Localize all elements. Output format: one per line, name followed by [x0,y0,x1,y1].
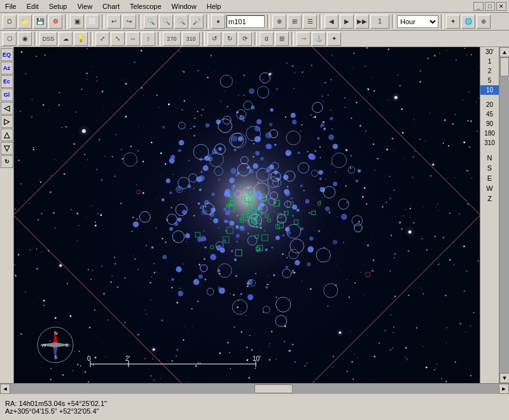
scale-10deg[interactable]: 10 [480,85,499,95]
eq-mode-button[interactable]: EQ [1,48,13,61]
menu-view[interactable]: View [74,2,95,11]
ec-mode-button[interactable]: Ec [1,75,13,88]
new-button[interactable]: 🗋 [3,15,17,29]
menu-file[interactable]: File [3,2,19,11]
sep1 [65,15,67,29]
scroll-down-button[interactable]: ▼ [499,373,509,383]
tb2-btn12[interactable]: α [260,32,274,46]
search-button[interactable]: 🔍 [174,15,188,29]
tb2-btn1[interactable]: ⬡ [3,32,17,46]
sep4 [206,15,209,29]
scale-1deg[interactable]: 1 [480,57,499,66]
target-input[interactable] [227,15,265,28]
tb2-num2[interactable]: 310 [182,32,200,46]
sep2 [102,15,104,29]
next-button[interactable]: ▶▶ [355,15,369,29]
scale-5deg[interactable]: 5 [480,76,499,85]
svg-text:2': 2' [125,355,130,362]
track-button[interactable]: ⊕ [477,15,491,29]
dss-button[interactable]: DSS [39,32,57,46]
tb2-num1[interactable]: 270 [163,32,181,46]
nav-right[interactable]: ▷ [1,115,13,128]
hour-select[interactable]: Hour Min Sec [397,15,438,28]
tb2-btn5[interactable]: ⤢ [95,32,109,46]
tb2-btn7[interactable]: ↔ [126,32,140,46]
sky-chart[interactable]: N S E W 0 2' 10' [14,47,480,383]
tb2-btn15[interactable]: ⚓ [312,32,326,46]
menu-help[interactable]: Help [204,2,224,11]
right-scale: 30' 1 2 5 10 20 45 90 180 310 N S E W Z [480,47,499,383]
tb2-btn16[interactable]: ✦ [327,32,341,46]
zoom-in-button[interactable]: 🔍 [144,15,158,29]
sep9 [34,32,37,46]
scale-30arc[interactable]: 30' [480,47,499,57]
redo-button[interactable]: ↪ [122,15,136,29]
sep8 [441,15,443,29]
window-button[interactable]: ▣ [70,15,84,29]
tb2-btn11[interactable]: ⟳ [238,32,252,46]
play-button[interactable]: ▶ [340,15,354,29]
hscroll-track[interactable] [10,384,499,394]
sep5 [267,15,270,29]
az-mode-button[interactable]: Az [1,62,13,74]
menu-window[interactable]: Window [169,2,199,11]
globe-button[interactable]: 🌐 [461,15,475,29]
statusbar: RA: 14h01m53.04s +54°25'02.1" Az+305°04'… [0,393,509,420]
hscroll-thumb[interactable] [254,384,293,393]
tb2-btn4[interactable]: 💡 [74,32,88,46]
save-button[interactable]: 💾 [33,15,47,29]
gl-mode-button[interactable]: Gl [1,88,13,101]
menu-edit[interactable]: Edit [24,2,41,11]
tb2-btn6[interactable]: ⤡ [111,32,125,46]
sep3 [139,15,141,29]
star-button[interactable]: ✦ [446,15,460,29]
nav-up[interactable]: △ [1,129,13,141]
compass-s: S [480,163,499,173]
step-input[interactable]: 1 [370,15,389,29]
prev-button[interactable]: ◀ [324,15,338,29]
menu-chart[interactable]: Chart [100,2,122,11]
search2-button[interactable]: 🔎 [190,15,204,29]
close-button[interactable]: ✕ [496,2,506,11]
undo-button[interactable]: ↩ [107,15,121,29]
maximize-button[interactable]: □ [485,2,495,11]
scroll-thumb[interactable] [500,57,509,76]
svg-text:0: 0 [87,355,91,362]
nav-down[interactable]: ▽ [1,142,13,155]
scroll-left-button[interactable]: ◄ [0,384,10,394]
list-button[interactable]: ☰ [303,15,317,29]
tb2-btn14[interactable]: ⤑ [296,32,310,46]
scale-90deg[interactable]: 90 [480,119,499,129]
open-button[interactable]: 📁 [18,15,32,29]
scroll-track[interactable] [499,57,509,373]
fullscreen-button[interactable]: ⬜ [85,15,99,29]
settings-button[interactable]: ⚙ [48,15,62,29]
tb2-btn13[interactable]: ⊞ [275,32,289,46]
toolbar2: ⬡ ◉ DSS ☁ 💡 ⤢ ⤡ ↔ ↕ 270 310 ↺ ↻ ⟳ α ⊞ ⤑ … [0,31,509,47]
scroll-up-button[interactable]: ▲ [499,47,509,57]
tb2-btn10[interactable]: ↻ [223,32,237,46]
dot-button[interactable]: • [211,15,225,29]
grid-button[interactable]: ⊞ [288,15,302,29]
sep7 [392,15,394,29]
scale-20deg[interactable]: 20 [480,100,499,109]
scale-310deg[interactable]: 310 [480,138,499,148]
scale-2deg[interactable]: 2 [480,66,499,76]
scale-45deg[interactable]: 45 [480,109,499,119]
rotate-button[interactable]: ↻ [1,155,13,168]
zoom-out-button[interactable]: 🔍 [159,15,173,29]
nav-left[interactable]: ◁ [1,102,13,115]
menu-setup[interactable]: Setup [46,2,70,11]
tb2-btn8[interactable]: ↕ [141,32,155,46]
scale-180deg[interactable]: 180 [480,129,499,138]
bottom-scrollbar[interactable]: ◄ ► [0,383,509,393]
menu-telescope[interactable]: Telescope [127,2,164,11]
sep13 [254,32,257,46]
tb2-btn3[interactable]: ☁ [59,32,73,46]
crosshair-button[interactable]: ⊕ [272,15,286,29]
right-scrollbar[interactable]: ▲ ▼ [499,47,509,383]
tb2-btn9[interactable]: ↺ [207,32,221,46]
minimize-button[interactable]: _ [473,2,484,11]
tb2-btn2[interactable]: ◉ [18,32,32,46]
scroll-right-button[interactable]: ► [499,384,509,394]
